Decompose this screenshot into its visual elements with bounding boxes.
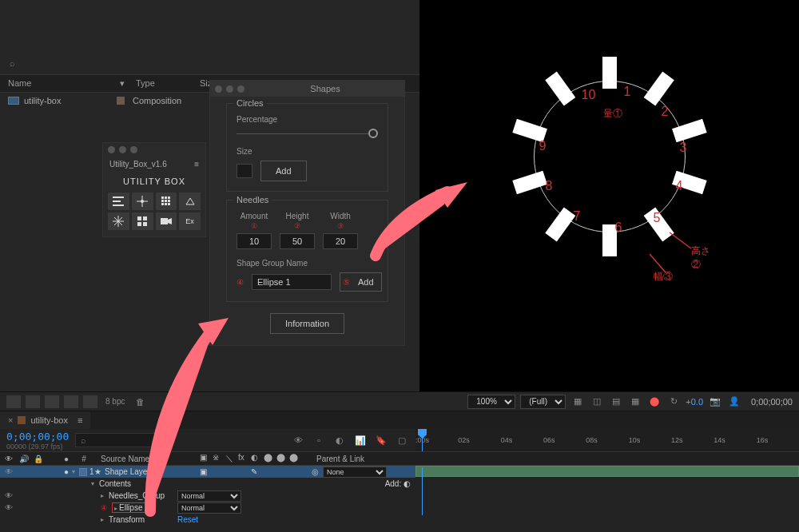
clock-num: 3 [680, 141, 687, 155]
clock-num: 1 [624, 85, 631, 99]
circled-1: ① [237, 222, 272, 230]
graph-icon[interactable]: 📊 [353, 434, 368, 447]
project-search-input[interactable] [10, 58, 410, 68]
guides-icon[interactable]: ▤ [609, 395, 623, 408]
toolbar-timecode[interactable]: 0;00;00;00 [751, 397, 793, 407]
frame-blend-icon[interactable]: ▫ [312, 434, 326, 447]
circled-4-b: ④ [101, 504, 107, 512]
channel-icon[interactable]: ⬤ [647, 395, 662, 408]
exposure-value[interactable]: +0.0 [686, 397, 703, 407]
col-type[interactable]: Type [128, 78, 192, 89]
bpc-label[interactable]: 8 bpc [105, 397, 125, 406]
svg-rect-12 [165, 200, 167, 202]
percentage-slider[interactable] [237, 129, 378, 144]
dialog-traffic-lights[interactable] [215, 85, 244, 93]
tool-icon[interactable] [64, 395, 78, 408]
needles-add-button[interactable]: Add [353, 276, 379, 288]
svg-rect-21 [137, 216, 141, 220]
grid-icon[interactable]: ▦ [628, 395, 642, 408]
panel-traffic-lights[interactable] [103, 143, 205, 157]
needle [602, 57, 617, 89]
ruler-tick: 12s [671, 436, 714, 444]
shy-icon[interactable]: 👁 [291, 434, 305, 447]
svg-rect-25 [161, 218, 168, 224]
circles-add-button[interactable]: Add [260, 161, 307, 181]
util-burst-icon[interactable] [108, 212, 129, 230]
size-swatch[interactable] [237, 164, 252, 178]
shape-group-name-label: Shape Group Name [237, 259, 378, 268]
annotation-arrow [368, 176, 479, 265]
util-tile-icon[interactable] [132, 212, 153, 230]
util-anchor-icon[interactable] [132, 193, 153, 210]
col-hash[interactable]: # [72, 455, 96, 463]
annotation-amount: 量① [603, 107, 622, 121]
util-grid-icon[interactable] [156, 193, 177, 210]
shape-group-name-input[interactable] [252, 274, 332, 290]
composition-tab[interactable]: × utility-box ≡ [0, 411, 90, 429]
util-shapes-icon[interactable] [179, 193, 201, 210]
svg-rect-9 [165, 197, 167, 199]
close-tab-icon[interactable]: × [8, 415, 13, 425]
add-menu-icon[interactable]: ◐ [403, 479, 411, 488]
contents-label: Contents [99, 479, 131, 488]
information-button[interactable]: Information [270, 313, 344, 334]
tab-menu-icon[interactable]: ≡ [78, 415, 82, 425]
asset-type: Composition [133, 96, 181, 105]
ruler-tick: 16s [757, 436, 799, 444]
svg-rect-14 [161, 203, 164, 205]
ellipse-outline [534, 81, 686, 232]
height-input[interactable] [280, 233, 315, 249]
util-ex-icon[interactable]: Ex [179, 212, 201, 230]
mask-icon[interactable]: ◫ [590, 395, 604, 408]
timeline-tracks[interactable] [415, 466, 799, 526]
clock-num: 9 [539, 139, 547, 153]
circles-label: Circles [233, 98, 267, 108]
amount-input[interactable] [237, 233, 272, 249]
composition-icon [8, 97, 19, 105]
utility-box-panel[interactable]: Utility_Box_v1.6 ≡ UTILITY BOX Ex [102, 142, 206, 237]
col-parent[interactable]: Parent & Link [312, 455, 364, 463]
zoom-dropdown[interactable]: 100% [467, 395, 515, 409]
util-align-icon[interactable] [108, 193, 129, 210]
tool-icon[interactable] [45, 395, 59, 408]
show-snapshot-icon[interactable]: 👤 [727, 395, 741, 408]
transparency-icon[interactable]: ▦ [570, 395, 585, 408]
comp-label-swatch [18, 416, 26, 424]
snapshot-icon[interactable]: 📷 [708, 395, 722, 408]
col-name[interactable]: Name [0, 78, 112, 89]
current-timecode[interactable]: 0;00;00;00 [6, 431, 69, 443]
needle [545, 72, 575, 106]
panel-menu-icon[interactable]: ≡ [194, 160, 199, 169]
height-label: Height [280, 212, 315, 220]
asset-label-swatch[interactable] [117, 97, 125, 105]
tool-icon[interactable] [83, 395, 97, 408]
refresh-icon[interactable]: ↻ [666, 395, 681, 408]
layer-duration-bar[interactable] [415, 466, 799, 477]
annotation-arrow [134, 312, 246, 521]
utility-box-logo: UTILITY BOX [103, 172, 205, 193]
motion-blur-icon[interactable]: ◐ [332, 434, 347, 447]
tool-icon[interactable] [26, 395, 40, 408]
annotation-height: 高さ② [691, 244, 714, 272]
circled-3: ③ [323, 222, 358, 230]
parent-dropdown[interactable]: None [323, 466, 387, 478]
clock-num: 10 [582, 88, 596, 102]
marker-icon[interactable]: 🔖 [374, 434, 388, 447]
utility-box-title: Utility_Box_v1.6 [109, 160, 167, 169]
playhead[interactable] [422, 429, 423, 451]
width-input[interactable] [323, 233, 358, 249]
util-camera-icon[interactable] [156, 212, 177, 230]
tool-icon[interactable] [6, 395, 21, 408]
render-icon[interactable]: ▢ [395, 434, 409, 447]
svg-rect-24 [143, 222, 147, 226]
svg-rect-4 [113, 204, 124, 206]
svg-rect-16 [168, 203, 170, 205]
circled-5: ⑤ [343, 278, 350, 287]
time-ruler[interactable]: :00s 02s 04s 06s 08s 10s 12s 14s 16s [415, 429, 799, 451]
ruler-tick: 08s [586, 436, 628, 444]
ruler-tick: 14s [714, 436, 756, 444]
fps-label: 00000 (29.97 fps) [6, 443, 69, 451]
col-label[interactable]: ▾ [112, 78, 128, 89]
circled-2: ② [280, 222, 315, 230]
quality-dropdown[interactable]: (Full) [520, 395, 566, 409]
